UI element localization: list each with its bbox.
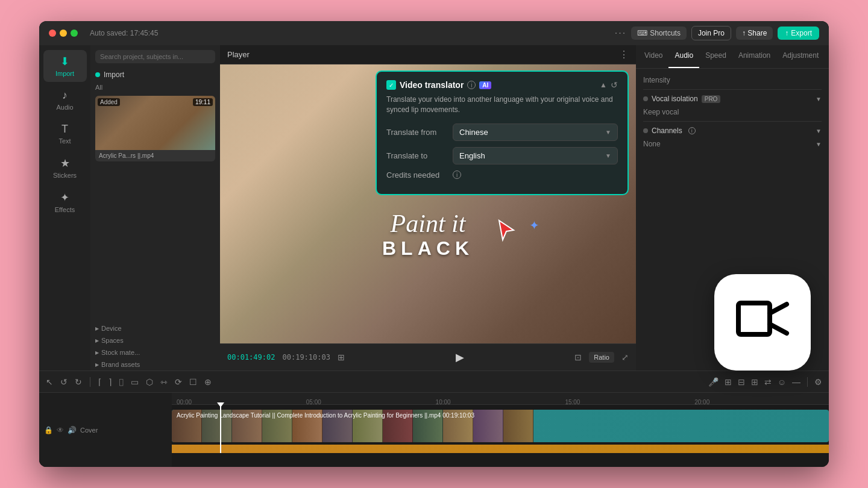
zoom-icon[interactable]: ⊟ <box>736 375 747 389</box>
settings-icon[interactable]: ⚙ <box>813 375 824 389</box>
join-pro-button[interactable]: Join Pro <box>691 26 731 40</box>
mirror-tool[interactable]: ⇿ <box>159 375 169 389</box>
vt-translate-from-value: Chinese <box>459 128 488 137</box>
grid-icon[interactable]: ⊞ <box>338 352 345 362</box>
timeline-toolbar: ↖ ↺ ↻ ⌈ ⌉ ⌷ ▭ ⬡ ⇿ ⟳ ☐ ⊕ 🎤 ⊞ ⊟ ⊞ ⇄ ☺ — ⚙ <box>39 371 829 393</box>
minus-icon[interactable]: — <box>790 375 802 389</box>
vt-credits-label: Credits needed <box>386 170 453 180</box>
spaces-section[interactable]: Spaces <box>90 334 220 346</box>
svg-marker-0 <box>499 221 514 240</box>
brand-assets-section[interactable]: Brand assets <box>90 358 220 371</box>
channels-expand-icon[interactable]: ▼ <box>816 128 822 134</box>
select-tool[interactable]: ↖ <box>44 375 55 389</box>
swap-icon[interactable]: ⇄ <box>763 375 773 389</box>
sidebar-item-stickers[interactable]: ★ Stickers <box>43 152 87 184</box>
vt-translate-to-select[interactable]: English ▼ <box>453 147 618 164</box>
media-grid: Added 19:11 Acrylic Pa...rs ||.mp4 <box>90 93 220 322</box>
tab-animation[interactable]: Animation <box>732 45 776 68</box>
share-button[interactable]: ↑ Share <box>736 27 773 40</box>
traffic-lights <box>49 30 78 37</box>
player-video: Paint it BLACK ✓ Video translator i AI ▲… <box>220 64 636 343</box>
channels-row: Channels i ▼ <box>643 127 822 135</box>
redo-tool[interactable]: ↻ <box>73 375 84 389</box>
vt-translate-from-select[interactable]: Chinese ▼ <box>453 124 618 141</box>
minimize-button[interactable] <box>60 30 67 37</box>
playhead[interactable] <box>220 405 221 453</box>
sidebar-item-audio[interactable]: ♪ Audio <box>43 84 87 116</box>
close-button[interactable] <box>49 30 56 37</box>
split-tool[interactable]: ⌷ <box>117 375 125 389</box>
fit-icon[interactable]: ⊞ <box>749 375 760 389</box>
undo-tool[interactable]: ↺ <box>58 375 69 389</box>
svg-line-3 <box>770 324 787 333</box>
screenshot-icon[interactable]: ⊡ <box>574 352 582 362</box>
player-controls: 00:01:49:02 00:19:10:03 ⊞ ▶ ⊡ Ratio ⤢ <box>220 343 636 371</box>
video-track[interactable]: Acrylic Painting Landscape Tutorial || C… <box>172 410 829 442</box>
sidebar-item-text[interactable]: T Text <box>43 118 87 149</box>
mic-icon[interactable]: 🎤 <box>706 375 720 389</box>
separator-2 <box>643 121 822 122</box>
vt-title: Video translator <box>400 80 464 90</box>
track-label: Acrylic Painting Landscape Tutorial || C… <box>177 412 474 419</box>
tab-audio[interactable]: Audio <box>668 45 699 68</box>
search-input[interactable] <box>95 50 215 63</box>
vt-expand-icon[interactable]: ▲ <box>600 81 607 89</box>
maximize-button[interactable] <box>71 30 78 37</box>
channels-info-icon[interactable]: i <box>688 127 696 134</box>
pro-badge: PRO <box>702 95 721 103</box>
vt-checkbox[interactable]: ✓ <box>386 80 396 90</box>
tab-adjustment[interactable]: Adjustment <box>776 45 825 68</box>
vocal-expand-icon[interactable]: ▼ <box>816 96 822 102</box>
eye-icon[interactable]: 👁 <box>57 426 64 434</box>
device-section[interactable]: Device <box>90 322 220 334</box>
split-end-tool[interactable]: ⌉ <box>107 375 113 389</box>
ratio-button[interactable]: Ratio <box>589 352 614 363</box>
lock-icon[interactable]: 🔒 <box>44 426 53 434</box>
media-item[interactable]: Added 19:11 Acrylic Pa...rs ||.mp4 <box>95 96 215 161</box>
import-dot-icon <box>95 72 100 77</box>
credits-info-icon[interactable]: i <box>453 170 461 179</box>
tab-speed[interactable]: Speed <box>699 45 732 68</box>
export-button[interactable]: ↑ Export <box>778 27 819 40</box>
vocal-isolation-toggle[interactable] <box>643 96 648 101</box>
channels-toggle[interactable] <box>643 128 648 133</box>
volume-icon[interactable]: 🔊 <box>68 426 77 434</box>
vt-info-icon[interactable]: i <box>467 81 476 89</box>
right-panel-tabs: Video Audio Speed Animation Adjustment >… <box>636 45 829 69</box>
sidebar-item-import[interactable]: ⬇ Import <box>43 50 87 82</box>
play-button[interactable]: ▶ <box>456 351 464 364</box>
main-area: ⬇ Import ♪ Audio T Text ★ Stickers ✦ Eff… <box>39 45 829 371</box>
rotate-tool[interactable]: ⟳ <box>173 375 184 389</box>
shield-tool[interactable]: ⬡ <box>144 375 155 389</box>
emoji-icon[interactable]: ☺ <box>776 375 788 389</box>
crop-tool[interactable]: ▭ <box>129 375 140 389</box>
stickers-icon: ★ <box>60 157 70 170</box>
channels-select-chevron[interactable]: ▼ <box>816 141 822 148</box>
frame-tool[interactable]: ☐ <box>187 375 199 389</box>
tabs-more-icon[interactable]: >> <box>825 45 829 68</box>
stock-section[interactable]: Stock mate... <box>90 346 220 358</box>
fullscreen-icon[interactable]: ⤢ <box>621 352 629 362</box>
more-options-dots[interactable]: ··· <box>615 28 626 39</box>
capcut-icon <box>735 292 790 353</box>
cover-label: Cover <box>80 427 98 434</box>
import-button-area[interactable]: Import <box>90 68 220 81</box>
audio-icon: ♪ <box>62 89 68 102</box>
ai-badge: AI <box>479 81 491 89</box>
vt-refresh-icon[interactable]: ↺ <box>611 80 618 90</box>
image-tool[interactable]: ⊕ <box>203 375 213 389</box>
split-start-tool[interactable]: ⌈ <box>96 375 103 389</box>
shortcuts-button[interactable]: ⌨ Shortcuts <box>631 27 687 40</box>
toolbar-separator-1 <box>90 377 90 387</box>
keyboard-icon: ⌨ <box>637 29 647 37</box>
video-translator-panel: ✓ Video translator i AI ▲ ↺ Translate yo… <box>376 70 629 195</box>
tab-video[interactable]: Video <box>638 45 668 68</box>
speed-icon[interactable]: ⊞ <box>723 375 734 389</box>
capcut-logo-svg <box>735 292 790 346</box>
media-filter-all[interactable]: All <box>90 81 220 93</box>
audio-track <box>172 445 829 453</box>
sidebar-item-effects[interactable]: ✦ Effects <box>43 186 87 218</box>
track-thumb-11 <box>473 410 503 442</box>
app-window: Auto saved: 17:45:45 ··· ⌨ Shortcuts Joi… <box>39 21 829 467</box>
player-menu-icon[interactable]: ⋮ <box>619 49 629 60</box>
